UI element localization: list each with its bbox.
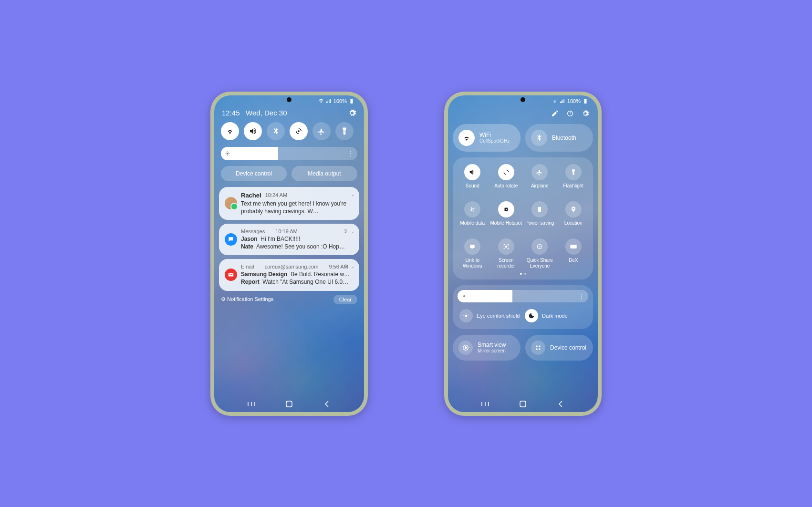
device-control-chip[interactable]: Device control bbox=[221, 166, 287, 181]
notification-time: 10:19 AM bbox=[275, 228, 297, 234]
messages-app-icon bbox=[225, 233, 237, 246]
chevron-down-icon[interactable]: ⌄ bbox=[351, 192, 354, 197]
svg-point-2 bbox=[230, 238, 231, 239]
back-button[interactable] bbox=[555, 401, 566, 407]
svg-rect-16 bbox=[570, 245, 576, 248]
screen-recorder-button[interactable]: Screen recorder bbox=[489, 238, 523, 269]
svg-point-17 bbox=[463, 295, 465, 297]
camera-punch-hole bbox=[287, 97, 291, 102]
svg-point-22 bbox=[536, 348, 538, 350]
svg-point-11 bbox=[506, 208, 507, 209]
svg-point-20 bbox=[536, 345, 538, 347]
battery-percentage: 100% bbox=[567, 98, 581, 104]
quick-settings-grid: Sound Auto rotate Airplane Flashlight Mo… bbox=[453, 157, 593, 279]
notification-settings-link[interactable]: ⚙ Notification Settings bbox=[221, 296, 273, 302]
back-button[interactable] bbox=[322, 401, 332, 407]
recents-button[interactable] bbox=[246, 401, 257, 407]
wifi-icon bbox=[318, 98, 324, 104]
wifi-tile[interactable]: WiFiCellSpot5GHz bbox=[453, 124, 521, 152]
power-saving-button[interactable]: Power saving bbox=[523, 201, 557, 232]
svg-point-21 bbox=[539, 345, 541, 347]
smart-view-icon bbox=[458, 341, 473, 355]
quick-share-button[interactable]: Quick ShareEveryone bbox=[523, 238, 557, 269]
wifi-icon bbox=[552, 98, 558, 104]
notification-time: 10:24 AM bbox=[265, 192, 287, 198]
email-app-icon bbox=[225, 269, 237, 281]
auto-rotate-button[interactable]: Auto rotate bbox=[489, 164, 523, 195]
device-control-tile[interactable]: Device control bbox=[525, 335, 593, 361]
notification-card[interactable]: 4 ⌄ Email coreux@samsung.com 9:56 AM Sam… bbox=[219, 259, 359, 290]
battery-percentage: 100% bbox=[333, 98, 347, 104]
flashlight-button[interactable]: Flashlight bbox=[557, 164, 591, 195]
wifi-toggle[interactable] bbox=[221, 122, 239, 140]
navigation-bar bbox=[453, 395, 593, 412]
phone-notification-panel: 100% 12:45 Wed, Dec 30 ⋮ bbox=[210, 92, 368, 416]
svg-point-0 bbox=[227, 153, 229, 155]
sun-icon bbox=[461, 293, 467, 299]
location-button[interactable]: Location bbox=[557, 201, 591, 232]
svg-point-1 bbox=[229, 238, 230, 239]
sun-icon bbox=[225, 151, 230, 156]
brightness-more-icon[interactable]: ⋮ bbox=[348, 150, 354, 157]
svg-rect-7 bbox=[286, 401, 292, 407]
notification-preview: Text me when you get here! I know you're… bbox=[241, 200, 354, 215]
bluetooth-toggle[interactable] bbox=[267, 122, 285, 140]
notification-app: Messages bbox=[241, 228, 265, 234]
link-windows-button[interactable]: Link to Windows bbox=[456, 238, 489, 269]
notification-count: 3 bbox=[344, 228, 347, 234]
battery-icon bbox=[583, 98, 588, 104]
brightness-more-icon[interactable]: ⋮ bbox=[579, 293, 584, 300]
sound-toggle[interactable] bbox=[244, 122, 262, 140]
clear-button[interactable]: Clear bbox=[333, 295, 357, 304]
navigation-bar bbox=[219, 395, 359, 412]
signal-icon bbox=[560, 98, 565, 104]
power-icon[interactable] bbox=[566, 110, 574, 117]
home-button[interactable] bbox=[284, 401, 294, 407]
media-output-chip[interactable]: Media output bbox=[291, 166, 357, 181]
sound-button[interactable]: Sound bbox=[456, 164, 489, 195]
airplane-button[interactable]: Airplane bbox=[523, 164, 557, 195]
phone-quick-panel: 100% WiFiCellSpot5GHz Bluetooth bbox=[444, 92, 602, 416]
signal-icon bbox=[326, 98, 332, 104]
dark-mode-toggle[interactable]: Dark mode bbox=[523, 307, 588, 324]
svg-rect-13 bbox=[472, 248, 474, 248]
svg-point-3 bbox=[232, 238, 232, 239]
recents-button[interactable] bbox=[480, 401, 490, 407]
smart-view-tile[interactable]: Smart viewMirror screen bbox=[453, 335, 521, 361]
time-text: 12:45 bbox=[222, 109, 240, 117]
mobile-hotspot-button[interactable]: Mobile Hotspot bbox=[489, 201, 523, 232]
svg-rect-27 bbox=[520, 401, 526, 407]
airplane-toggle[interactable] bbox=[312, 122, 331, 140]
camera-punch-hole bbox=[521, 97, 525, 102]
dex-button[interactable]: DeX bbox=[557, 238, 591, 269]
brightness-slider[interactable]: ⋮ bbox=[221, 147, 357, 160]
eye-comfort-toggle[interactable]: Eye comfort shield bbox=[458, 307, 523, 324]
settings-icon[interactable] bbox=[582, 110, 589, 117]
notification-app: Email bbox=[241, 264, 254, 269]
edit-icon[interactable] bbox=[551, 110, 559, 117]
settings-icon[interactable] bbox=[348, 109, 356, 117]
bluetooth-tile[interactable]: Bluetooth bbox=[525, 124, 593, 152]
svg-rect-12 bbox=[470, 244, 475, 248]
flashlight-toggle[interactable] bbox=[335, 122, 354, 140]
device-control-icon bbox=[531, 341, 545, 355]
chevron-down-icon[interactable]: ⌄ bbox=[351, 264, 354, 269]
notification-list: ⌄ Rachel10:24 AM Text me when you get he… bbox=[219, 187, 359, 291]
home-button[interactable] bbox=[518, 401, 528, 407]
brightness-slider[interactable]: ⋮ bbox=[458, 290, 588, 302]
quick-settings-row bbox=[219, 122, 359, 140]
brightness-panel: ⋮ Eye comfort shield Dark mode bbox=[453, 285, 593, 329]
page-indicator bbox=[456, 273, 590, 275]
notification-card[interactable]: 3 ⌄ Messages 10:19 AM Jason Hi I'm BACK!… bbox=[219, 224, 359, 255]
notification-card[interactable]: ⌄ Rachel10:24 AM Text me when you get he… bbox=[219, 187, 359, 220]
battery-icon bbox=[349, 98, 354, 104]
svg-point-14 bbox=[505, 246, 507, 248]
date-text: Wed, Dec 30 bbox=[246, 109, 287, 117]
mobile-data-button[interactable]: Mobile data bbox=[456, 201, 489, 232]
auto-rotate-toggle[interactable] bbox=[290, 122, 308, 140]
notification-count: 4 bbox=[344, 264, 347, 269]
chevron-down-icon[interactable]: ⌄ bbox=[351, 228, 354, 234]
datetime: 12:45 Wed, Dec 30 bbox=[222, 109, 287, 117]
notification-sender: Rachel bbox=[241, 192, 261, 199]
bluetooth-icon bbox=[531, 130, 547, 146]
